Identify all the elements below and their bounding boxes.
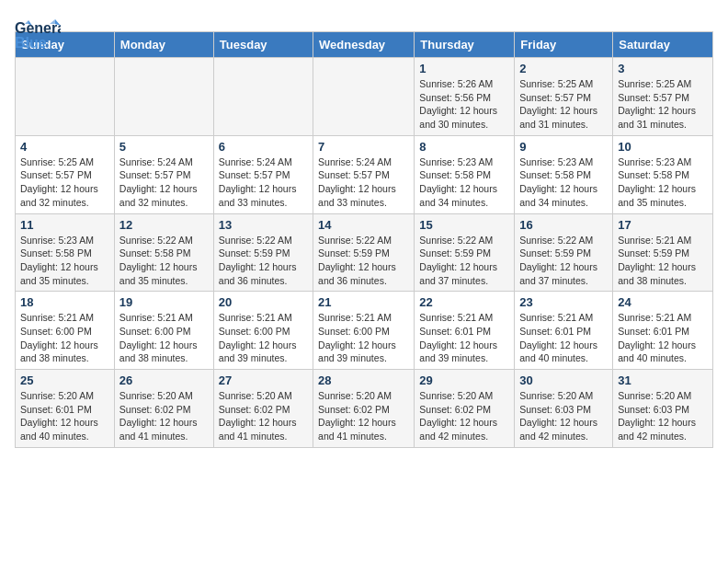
logo: General Blue — [15, 15, 61, 24]
day-info: Sunrise: 5:20 AM Sunset: 6:03 PM Dayligh… — [519, 389, 608, 443]
header-monday: Monday — [114, 32, 213, 58]
day-info: Sunrise: 5:23 AM Sunset: 5:58 PM Dayligh… — [20, 234, 109, 288]
day-number: 3 — [618, 62, 708, 75]
day-number: 16 — [519, 218, 608, 232]
calendar-cell: 24Sunrise: 5:21 AM Sunset: 6:01 PM Dayli… — [613, 292, 713, 370]
day-number: 13 — [219, 218, 308, 232]
calendar-cell: 8Sunrise: 5:23 AM Sunset: 5:58 PM Daylig… — [415, 135, 515, 213]
day-info: Sunrise: 5:22 AM Sunset: 5:59 PM Dayligh… — [219, 234, 308, 288]
calendar-cell: 16Sunrise: 5:22 AM Sunset: 5:59 PM Dayli… — [515, 213, 613, 292]
calendar-week-3: 11Sunrise: 5:23 AM Sunset: 5:58 PM Dayli… — [16, 213, 713, 292]
calendar-header-row: SundayMondayTuesdayWednesdayThursdayFrid… — [16, 32, 713, 58]
day-number: 22 — [419, 295, 509, 309]
day-info: Sunrise: 5:21 AM Sunset: 6:01 PM Dayligh… — [419, 311, 509, 365]
calendar-cell — [213, 58, 313, 136]
calendar-cell: 26Sunrise: 5:20 AM Sunset: 6:02 PM Dayli… — [114, 370, 213, 448]
day-number: 30 — [519, 373, 608, 387]
calendar-week-5: 25Sunrise: 5:20 AM Sunset: 6:01 PM Dayli… — [16, 370, 713, 448]
day-number: 11 — [20, 218, 109, 232]
svg-text:Blue: Blue — [15, 35, 47, 51]
calendar-week-4: 18Sunrise: 5:21 AM Sunset: 6:00 PM Dayli… — [16, 292, 713, 370]
day-number: 18 — [20, 295, 109, 309]
day-info: Sunrise: 5:20 AM Sunset: 6:02 PM Dayligh… — [419, 389, 509, 443]
day-info: Sunrise: 5:24 AM Sunset: 5:57 PM Dayligh… — [219, 155, 308, 210]
day-info: Sunrise: 5:20 AM Sunset: 6:02 PM Dayligh… — [318, 389, 409, 443]
day-info: Sunrise: 5:23 AM Sunset: 5:58 PM Dayligh… — [519, 155, 608, 210]
day-info: Sunrise: 5:21 AM Sunset: 6:00 PM Dayligh… — [119, 311, 209, 365]
day-number: 17 — [618, 218, 708, 232]
day-info: Sunrise: 5:20 AM Sunset: 6:02 PM Dayligh… — [119, 389, 209, 443]
calendar-cell: 28Sunrise: 5:20 AM Sunset: 6:02 PM Dayli… — [313, 370, 415, 448]
day-info: Sunrise: 5:24 AM Sunset: 5:57 PM Dayligh… — [119, 155, 209, 210]
calendar-cell: 22Sunrise: 5:21 AM Sunset: 6:01 PM Dayli… — [415, 292, 515, 370]
calendar-cell: 29Sunrise: 5:20 AM Sunset: 6:02 PM Dayli… — [415, 370, 515, 448]
day-number: 2 — [519, 62, 608, 75]
calendar-cell: 5Sunrise: 5:24 AM Sunset: 5:57 PM Daylig… — [114, 135, 213, 213]
day-number: 25 — [20, 373, 109, 387]
day-number: 19 — [119, 295, 209, 309]
calendar-cell: 20Sunrise: 5:21 AM Sunset: 6:00 PM Dayli… — [213, 292, 313, 370]
header-thursday: Thursday — [415, 32, 515, 58]
day-number: 23 — [519, 295, 608, 309]
day-info: Sunrise: 5:21 AM Sunset: 6:00 PM Dayligh… — [20, 311, 109, 365]
day-info: Sunrise: 5:25 AM Sunset: 5:57 PM Dayligh… — [519, 77, 608, 132]
day-number: 9 — [519, 140, 608, 154]
day-info: Sunrise: 5:23 AM Sunset: 5:58 PM Dayligh… — [618, 155, 708, 210]
day-info: Sunrise: 5:20 AM Sunset: 6:02 PM Dayligh… — [219, 389, 308, 443]
day-info: Sunrise: 5:22 AM Sunset: 5:59 PM Dayligh… — [519, 234, 608, 288]
calendar-cell: 10Sunrise: 5:23 AM Sunset: 5:58 PM Dayli… — [613, 135, 713, 213]
day-info: Sunrise: 5:21 AM Sunset: 6:01 PM Dayligh… — [618, 311, 708, 365]
day-info: Sunrise: 5:23 AM Sunset: 5:58 PM Dayligh… — [419, 155, 509, 210]
calendar-cell: 4Sunrise: 5:25 AM Sunset: 5:57 PM Daylig… — [16, 135, 115, 213]
day-info: Sunrise: 5:21 AM Sunset: 6:00 PM Dayligh… — [318, 311, 409, 365]
calendar-cell: 12Sunrise: 5:22 AM Sunset: 5:58 PM Dayli… — [114, 213, 213, 292]
day-info: Sunrise: 5:21 AM Sunset: 5:59 PM Dayligh… — [618, 234, 708, 288]
day-number: 24 — [618, 295, 708, 309]
day-number: 20 — [219, 295, 308, 309]
day-number: 21 — [318, 295, 409, 309]
day-number: 14 — [318, 218, 409, 232]
calendar-cell: 21Sunrise: 5:21 AM Sunset: 6:00 PM Dayli… — [313, 292, 415, 370]
calendar-cell: 23Sunrise: 5:21 AM Sunset: 6:01 PM Dayli… — [515, 292, 613, 370]
day-number: 15 — [419, 218, 509, 232]
day-info: Sunrise: 5:21 AM Sunset: 6:01 PM Dayligh… — [519, 311, 608, 365]
calendar-cell: 15Sunrise: 5:22 AM Sunset: 5:59 PM Dayli… — [415, 213, 515, 292]
day-number: 8 — [419, 140, 509, 154]
logo-icon: General Blue — [15, 15, 61, 52]
day-info: Sunrise: 5:25 AM Sunset: 5:57 PM Dayligh… — [20, 155, 109, 210]
calendar-cell: 3Sunrise: 5:25 AM Sunset: 5:57 PM Daylig… — [613, 58, 713, 136]
header-tuesday: Tuesday — [213, 32, 313, 58]
calendar-cell: 2Sunrise: 5:25 AM Sunset: 5:57 PM Daylig… — [515, 58, 613, 136]
calendar-week-2: 4Sunrise: 5:25 AM Sunset: 5:57 PM Daylig… — [16, 135, 713, 213]
day-number: 31 — [618, 373, 708, 387]
day-number: 27 — [219, 373, 308, 387]
calendar-cell: 27Sunrise: 5:20 AM Sunset: 6:02 PM Dayli… — [213, 370, 313, 448]
day-info: Sunrise: 5:26 AM Sunset: 5:56 PM Dayligh… — [419, 77, 509, 132]
day-number: 4 — [20, 140, 109, 154]
day-number: 1 — [419, 62, 509, 75]
calendar-cell: 25Sunrise: 5:20 AM Sunset: 6:01 PM Dayli… — [16, 370, 115, 448]
calendar-cell: 1Sunrise: 5:26 AM Sunset: 5:56 PM Daylig… — [415, 58, 515, 136]
day-info: Sunrise: 5:22 AM Sunset: 5:59 PM Dayligh… — [318, 234, 409, 288]
calendar-cell: 11Sunrise: 5:23 AM Sunset: 5:58 PM Dayli… — [16, 213, 115, 292]
day-info: Sunrise: 5:22 AM Sunset: 5:58 PM Dayligh… — [119, 234, 209, 288]
day-number: 29 — [419, 373, 509, 387]
header-saturday: Saturday — [613, 32, 713, 58]
day-number: 7 — [318, 140, 409, 154]
day-number: 6 — [219, 140, 308, 154]
header-friday: Friday — [515, 32, 613, 58]
calendar-cell: 7Sunrise: 5:24 AM Sunset: 5:57 PM Daylig… — [313, 135, 415, 213]
calendar-cell: 9Sunrise: 5:23 AM Sunset: 5:58 PM Daylig… — [515, 135, 613, 213]
day-info: Sunrise: 5:20 AM Sunset: 6:01 PM Dayligh… — [20, 389, 109, 443]
header: General Blue — [15, 15, 713, 24]
calendar-cell — [313, 58, 415, 136]
calendar-cell: 17Sunrise: 5:21 AM Sunset: 5:59 PM Dayli… — [613, 213, 713, 292]
day-number: 10 — [618, 140, 708, 154]
calendar-cell — [114, 58, 213, 136]
calendar-cell: 30Sunrise: 5:20 AM Sunset: 6:03 PM Dayli… — [515, 370, 613, 448]
day-info: Sunrise: 5:25 AM Sunset: 5:57 PM Dayligh… — [618, 77, 708, 132]
calendar-cell: 6Sunrise: 5:24 AM Sunset: 5:57 PM Daylig… — [213, 135, 313, 213]
calendar-cell: 19Sunrise: 5:21 AM Sunset: 6:00 PM Dayli… — [114, 292, 213, 370]
calendar-cell: 14Sunrise: 5:22 AM Sunset: 5:59 PM Dayli… — [313, 213, 415, 292]
day-number: 26 — [119, 373, 209, 387]
